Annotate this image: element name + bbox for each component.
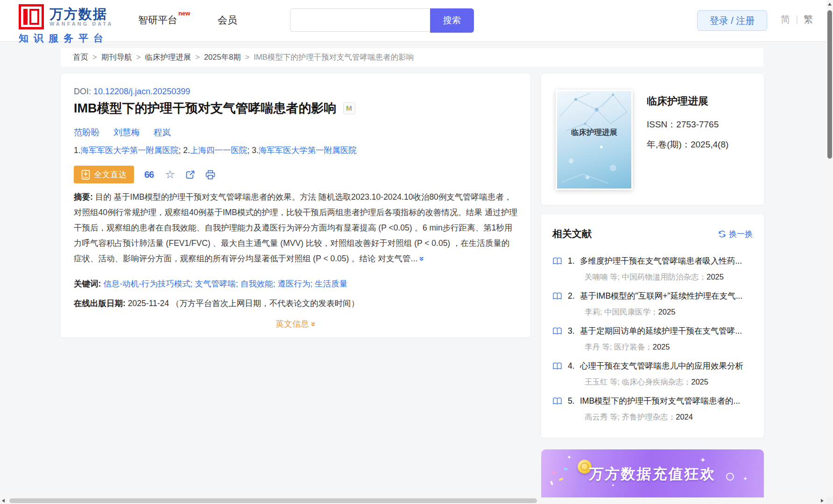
scroll-left-arrow[interactable] xyxy=(2,499,5,503)
breadcrumb-item[interactable]: 临床护理进展> xyxy=(145,52,204,63)
affiliation-number: 1. xyxy=(74,146,81,155)
breadcrumb-item[interactable]: IMB模型下的护理干预对支气管哮喘患者的影响 xyxy=(254,52,422,63)
nav-member[interactable]: 会员 xyxy=(218,14,237,27)
keywords-line: 关键词: 信息-动机-行为技巧模式; 支气管哮喘; 自我效能; 遵医行为; 生活… xyxy=(74,278,347,289)
abstract-label: 摘要: xyxy=(74,192,93,202)
related-item-title: 基于定期回访单的延续护理干预在支气管哮... xyxy=(580,325,742,336)
horizontal-scrollbar[interactable] xyxy=(0,497,826,504)
keyword-link[interactable]: 信息-动机-行为技巧模式 xyxy=(103,279,191,288)
lang-simplified[interactable]: 简 xyxy=(781,13,790,26)
book-icon xyxy=(552,397,562,405)
journal-issn: ISSN：2753-7765 xyxy=(647,119,719,131)
affiliation-link[interactable]: 海军军医大学第一附属医院 xyxy=(259,146,357,155)
related-item-title: 心理干预在支气管哮喘患儿中的应用效果分析 xyxy=(580,360,743,371)
language-switcher: 简 | 繁 xyxy=(781,13,813,26)
login-register-button[interactable]: 登录 / 注册 xyxy=(697,10,767,31)
related-item-title: 多维度护理干预在支气管哮喘患者吸入性药... xyxy=(580,255,742,266)
download-free-icon: free xyxy=(81,170,90,180)
affiliation-separator: ; xyxy=(179,146,184,155)
related-item-meta: 关喃喃 等; 中国药物滥用防治杂志； xyxy=(585,273,706,281)
search-button[interactable]: 搜索 xyxy=(430,8,474,33)
promo-banner[interactable]: ✦ ✦ ✦ ✦ 万方数据充值狂欢 xyxy=(541,449,764,504)
keyword-link[interactable]: 自我效能 xyxy=(240,279,273,288)
keyword-link[interactable]: 支气管哮喘 xyxy=(195,279,236,288)
related-item-year: 2025 xyxy=(658,308,676,316)
scroll-right-arrow[interactable] xyxy=(821,499,824,503)
doi-link[interactable]: 10.12208/j.jacn.20250399 xyxy=(93,87,190,96)
breadcrumb-separator: > xyxy=(136,53,141,61)
star-icon[interactable]: ☆ xyxy=(165,169,175,180)
refresh-icon xyxy=(718,230,726,238)
related-item[interactable]: 1. 多维度护理干预在支气管哮喘患者吸入性药... 关喃喃 等; 中国药物滥用防… xyxy=(541,255,764,290)
author-link[interactable]: 范盼盼 xyxy=(74,127,100,137)
keyword-link[interactable]: 生活质量 xyxy=(315,279,347,288)
journal-name[interactable]: 临床护理进展 xyxy=(647,94,708,108)
expand-abstract-icon[interactable]: » xyxy=(414,256,430,261)
journal-card: 临床护理进展 临床护理进展 ISSN：2753-7765 年,卷(期)：2025… xyxy=(541,74,764,205)
keyword-separator: ; xyxy=(273,279,278,288)
author-link[interactable]: 程岚 xyxy=(154,127,171,137)
scroll-up-arrow[interactable] xyxy=(828,3,832,6)
related-item-meta: 李莉; 中国民康医学； xyxy=(585,308,658,316)
author-link[interactable]: 刘慧梅 xyxy=(114,127,140,137)
search-input[interactable] xyxy=(290,8,430,32)
vertical-scrollbar[interactable] xyxy=(826,0,833,497)
related-item[interactable]: 4. 心理干预在支气管哮喘患儿中的应用效果分析 王玉红 等; 临床心身疾病杂志；… xyxy=(541,360,764,395)
related-item[interactable]: 2. 基于IMB模型的"互联网+"延续性护理在支气... 李莉; 中国民康医学；… xyxy=(541,290,764,325)
related-item-meta: 李丹 等; 医疗装备； xyxy=(585,343,653,351)
page-title: IMB模型下的护理干预对支气管哮喘患者的影响 M xyxy=(74,100,355,117)
related-item-year: 2025 xyxy=(653,343,670,351)
breadcrumb-separator: > xyxy=(195,53,200,61)
related-item-title: 基于IMB模型的"互联网+"延续性护理在支气... xyxy=(580,290,742,301)
article-title-text: IMB模型下的护理干预对支气管哮喘患者的影响 xyxy=(74,100,337,117)
online-publish-date: 在线出版日期: 2025-11-24 （万方平台首次上网日期，不代表论文的发表时… xyxy=(74,298,359,309)
sparkle-icon: ✦ xyxy=(700,456,706,464)
horizontal-scroll-thumb[interactable] xyxy=(9,498,537,503)
related-item-meta: 王玉红 等; 临床心身疾病杂志； xyxy=(585,378,691,386)
brand-tagline: 知识服务平台 xyxy=(19,32,113,45)
related-item-meta: 高云秀 等; 齐鲁护理杂志； xyxy=(585,413,676,421)
banner-text: 万方数据充值狂欢 xyxy=(541,464,764,484)
related-item[interactable]: 3. 基于定期回访单的延续护理干预在支气管哮... 李丹 等; 医疗装备；202… xyxy=(541,325,764,360)
related-item-title: IMB模型下的护理干预对支气管哮喘患者的... xyxy=(580,395,740,406)
breadcrumb-separator: > xyxy=(245,53,250,61)
quote-icon[interactable]: 66 xyxy=(144,169,154,180)
related-item[interactable]: 5. IMB模型下的护理干预对支气管哮喘患者的... 高云秀 等; 齐鲁护理杂志… xyxy=(541,395,764,430)
abstract: 摘要: 目的 基于IMB模型的护理干预对支气管哮喘患者的效果。方法 随机选取20… xyxy=(74,189,517,266)
lang-divider: | xyxy=(796,14,798,25)
affiliation-link[interactable]: 海军军医大学第一附属医院 xyxy=(81,146,179,155)
refresh-related-button[interactable]: 换一换 xyxy=(718,229,753,239)
keyword-link[interactable]: 遵医行为 xyxy=(278,279,311,288)
nav-zhiyan-platform[interactable]: 智研平台new xyxy=(138,14,189,27)
expand-english-icon: » xyxy=(308,322,318,326)
related-item-number: 1. xyxy=(568,256,580,266)
svg-text:free: free xyxy=(84,175,88,178)
sparkle-icon: ✦ xyxy=(567,454,572,461)
share-icon[interactable] xyxy=(185,170,195,180)
book-icon xyxy=(552,362,562,370)
search-bar: 搜索 xyxy=(290,8,474,33)
keyword-separator: ; xyxy=(191,279,195,288)
vertical-scroll-thumb[interactable] xyxy=(827,10,832,159)
related-item-year: 2025 xyxy=(706,273,724,281)
keyword-separator: ; xyxy=(236,279,240,288)
breadcrumb-item[interactable]: 首页> xyxy=(73,52,101,63)
publish-date-label: 在线出版日期: xyxy=(74,299,126,308)
brand-logo[interactable]: 万方数据 WANFANG DATA 知识服务平台 xyxy=(19,4,113,45)
english-info-toggle[interactable]: 英文信息» xyxy=(61,318,530,329)
fulltext-button[interactable]: free 全文直达 xyxy=(74,166,134,183)
print-icon[interactable] xyxy=(205,170,215,180)
breadcrumb-separator: > xyxy=(92,53,97,61)
affiliation-link[interactable]: 上海四一一医院 xyxy=(190,146,247,155)
m-badge: M xyxy=(343,102,355,114)
header: 万方数据 WANFANG DATA 知识服务平台 智研平台new 会员 搜索 登… xyxy=(0,0,833,42)
lang-traditional[interactable]: 繁 xyxy=(804,13,813,26)
breadcrumb-item[interactable]: 期刊导航> xyxy=(101,52,145,63)
related-item-number: 4. xyxy=(568,361,580,371)
breadcrumb-item[interactable]: 2025年8期> xyxy=(204,52,254,63)
book-icon xyxy=(552,257,562,265)
related-title: 相关文献 xyxy=(552,227,592,240)
journal-cover[interactable]: 临床护理进展 xyxy=(556,90,633,190)
related-item-year: 2025 xyxy=(691,378,708,386)
related-item-number: 3. xyxy=(568,326,580,336)
